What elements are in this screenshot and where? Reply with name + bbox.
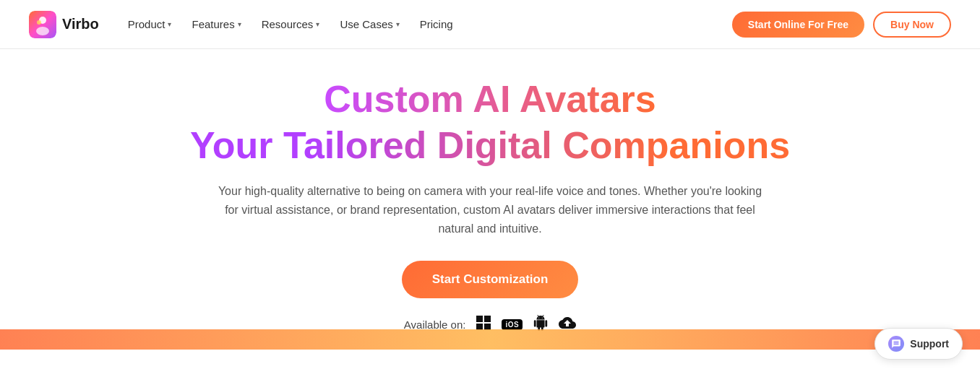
support-label: Support [910, 338, 949, 350]
start-customization-button[interactable]: Start Customization [402, 261, 579, 298]
nav-actions: Start Online For Free Buy Now [732, 12, 951, 38]
nav-item-product[interactable]: Product ▾ [119, 12, 181, 36]
svg-point-3 [37, 20, 41, 25]
hero-title-line1: Custom AI Avatars [324, 78, 656, 121]
nav-item-resources[interactable]: Resources ▾ [253, 12, 329, 36]
navbar: Virbo Product ▾ Features ▾ Resources ▾ U… [0, 0, 980, 49]
nav-item-features[interactable]: Features ▾ [183, 12, 249, 36]
nav-item-pricing[interactable]: Pricing [411, 12, 462, 36]
logo[interactable]: Virbo [29, 11, 99, 38]
svg-point-2 [36, 27, 49, 35]
hero-section: Custom AI Avatars Your Tailored Digital … [0, 49, 980, 350]
hero-subtitle: Your high-quality alternative to being o… [215, 182, 765, 239]
chevron-down-icon: ▾ [316, 20, 319, 28]
logo-icon [29, 11, 56, 38]
hero-title-line2: Your Tailored Digital Companions [190, 124, 790, 168]
start-online-button[interactable]: Start Online For Free [732, 12, 864, 38]
svg-rect-5 [484, 316, 491, 322]
chevron-down-icon: ▾ [168, 20, 171, 28]
ios-icon: iOS [502, 319, 523, 330]
buy-now-button[interactable]: Buy Now [873, 12, 951, 38]
brand-name: Virbo [62, 16, 99, 32]
chevron-down-icon: ▾ [238, 20, 241, 28]
chevron-down-icon: ▾ [396, 20, 400, 28]
bottom-gradient-bar [0, 329, 980, 350]
nav-items: Product ▾ Features ▾ Resources ▾ Use Cas… [119, 12, 732, 36]
support-button[interactable]: Support [874, 328, 963, 360]
support-icon [888, 336, 904, 352]
svg-rect-4 [476, 316, 483, 322]
nav-item-use-cases[interactable]: Use Cases ▾ [331, 12, 408, 36]
